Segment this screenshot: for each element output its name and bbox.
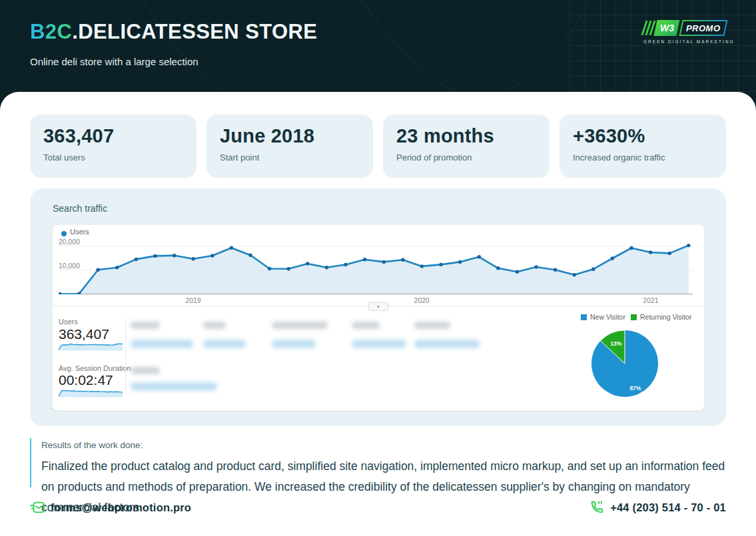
xtick-2019: 2019: [180, 296, 206, 304]
stat-value: +3630%: [573, 125, 713, 147]
stat-label: Period of promotion: [396, 152, 536, 162]
stat-value: 363,407: [43, 125, 183, 147]
stat-card-organic-traffic: +3630% Increased organic traffic: [560, 115, 726, 178]
traffic-line-chart: [59, 240, 693, 294]
w3promo-logo[interactable]: W3 PROMO GREEN DIGITAL MARKETING: [643, 20, 727, 44]
users-sparkline-chart: [59, 340, 123, 351]
svg-text:13%: 13%: [610, 340, 621, 347]
session-duration-metric-label: Avg. Session Duration: [59, 364, 131, 372]
redacted-sparkline: [203, 340, 246, 348]
pie-legend-returning-visitor: Returning Visitor: [631, 313, 691, 321]
stat-card-start-point: June 2018 Start point: [206, 115, 373, 178]
logo-promo-box: PROMO: [679, 20, 727, 36]
session-duration-sparkline-chart: [59, 387, 123, 398]
xtick-2020: 2020: [408, 296, 435, 304]
logo-promo-text: PROMO: [686, 23, 721, 33]
stat-value: June 2018: [220, 125, 360, 147]
phone-text: +44 (203) 514 - 70 - 01: [610, 501, 726, 514]
xtick-2021: 2021: [637, 296, 664, 304]
redacted-sparkline: [272, 340, 316, 348]
collapse-chart-button[interactable]: ▾: [368, 302, 388, 311]
stat-label: Total users: [43, 152, 183, 162]
page-subtitle: Online deli store with a large selection: [30, 56, 198, 67]
session-duration-metric-value: 00:02:47: [59, 372, 113, 388]
page-title-highlight: B2C: [30, 20, 72, 43]
email-contact[interactable]: forms@webpromotion.pro: [30, 500, 191, 515]
users-legend-dot-icon: [61, 231, 67, 236]
page-title-dot: .: [72, 20, 78, 43]
stat-card-total-users: 363,407 Total users: [30, 115, 196, 178]
search-traffic-title: Search traffic: [53, 203, 107, 214]
redacted-column-header: [272, 322, 328, 329]
redacted-sparkline: [131, 340, 193, 348]
users-metric-label: Users: [59, 318, 78, 326]
page-title-rest: DELICATESSEN STORE: [78, 20, 317, 43]
redacted-sparkline: [131, 382, 217, 391]
collapse-arrow-icon: ▾: [377, 304, 380, 309]
logo-w3-box: W3: [653, 20, 679, 36]
new-visitor-swatch-icon: [581, 314, 587, 320]
email-text: forms@webpromotion.pro: [51, 501, 191, 514]
redacted-column-header: [414, 322, 450, 329]
pie-legend-new-visitor: New Visitor: [581, 313, 625, 321]
results-accent-bar: [30, 438, 31, 487]
logo-tagline: GREEN DIGITAL MARKETING: [643, 39, 727, 44]
returning-visitor-swatch-icon: [631, 314, 637, 320]
logo-row: W3 PROMO: [643, 20, 727, 36]
decor-grid: [569, 0, 756, 92]
visitors-pie-chart: 87%13%: [589, 328, 660, 399]
results-label: Results of the work done:: [41, 440, 143, 450]
stat-label: Start point: [220, 152, 360, 162]
redacted-sparkline: [414, 340, 480, 348]
logo-w3-text: W3: [660, 23, 674, 33]
page-title: B2C.DELICATESSEN STORE: [30, 20, 317, 44]
metrics-divider: [125, 318, 126, 394]
svg-text:87%: 87%: [629, 385, 641, 392]
stat-value: 23 months: [396, 125, 536, 147]
redacted-sparkline: [352, 340, 406, 348]
case-study-page: B2C.DELICATESSEN STORE Online deli store…: [0, 0, 756, 536]
phone-contact[interactable]: +44 (203) 514 - 70 - 01: [589, 500, 726, 515]
pie-legend-label: New Visitor: [590, 313, 625, 321]
envelope-icon: [30, 500, 45, 515]
stat-card-period: 23 months Period of promotion: [383, 115, 550, 178]
pie-legend-label: Returning Visitor: [640, 313, 691, 321]
users-legend-label: Users: [70, 228, 89, 236]
redacted-column-header: [131, 367, 160, 374]
redacted-column-header: [131, 322, 160, 329]
redacted-column-header: [352, 322, 380, 329]
redacted-column-header: [203, 322, 226, 329]
stat-label: Increased organic traffic: [573, 152, 713, 162]
phone-icon: [589, 500, 604, 515]
